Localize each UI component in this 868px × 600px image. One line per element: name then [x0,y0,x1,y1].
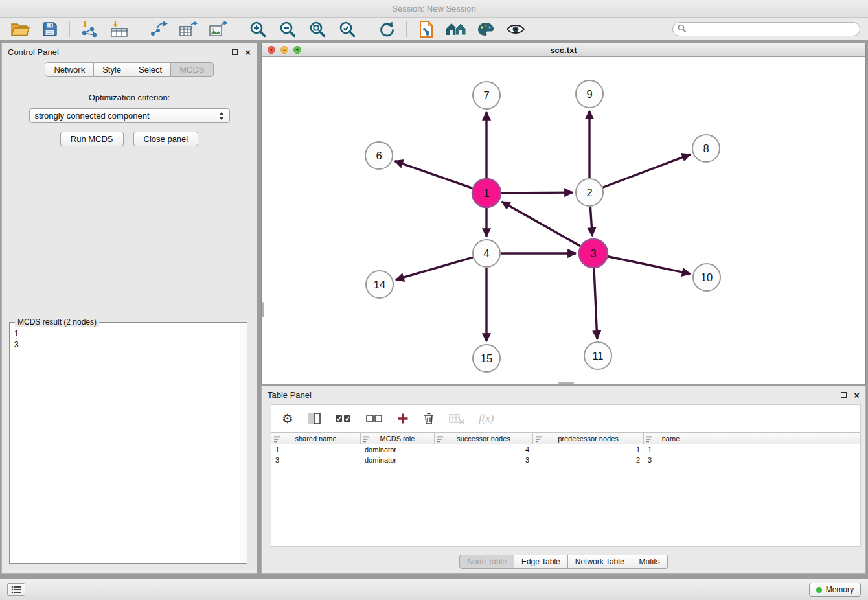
add-entry-icon[interactable] [397,413,409,424]
sort-icon[interactable] [274,436,280,443]
delete-entry-icon[interactable] [423,412,435,425]
cell-shared-name[interactable]: 3 [271,456,361,464]
control-tab-network[interactable]: Network [45,62,94,77]
graph-node-2[interactable]: 2 [576,179,603,206]
horizontal-scrollbar-thumb[interactable] [558,382,574,384]
close-panel-icon[interactable]: × [245,47,251,57]
cell-predecessor-nodes[interactable]: 1 [533,446,644,454]
zoom-fit-icon[interactable] [304,19,331,39]
column-label: predecessor nodes [558,435,619,443]
control-tab-style[interactable]: Style [94,62,130,77]
cell-mcds-role[interactable]: dominator [361,446,435,454]
mcds-result-box: MCDS result (2 nodes) 13 [9,322,247,564]
graph-edge-1-6[interactable] [395,161,473,189]
graph-node-10[interactable]: 10 [693,264,720,291]
column-header-predecessor-nodes[interactable]: predecessor nodes [533,433,644,444]
task-history-button[interactable] [7,583,25,596]
table-tab-edge-table[interactable]: Edge Table [514,555,568,569]
graph-node-6[interactable]: 6 [365,142,393,169]
search-input[interactable] [689,25,855,34]
table-tab-network-table[interactable]: Network Table [568,555,632,569]
select-all-icon[interactable] [335,413,352,424]
graph-edge-3-1[interactable] [502,202,580,246]
graph-node-4[interactable]: 4 [473,240,500,267]
zoom-window-icon[interactable]: + [293,46,301,54]
cell-shared-name[interactable]: 1 [271,446,361,454]
cell-name[interactable]: 3 [644,456,698,464]
graph-node-8[interactable]: 8 [692,135,720,162]
sort-icon[interactable] [536,436,542,443]
control-tab-select[interactable]: Select [130,62,171,77]
cell-name[interactable]: 1 [644,446,698,454]
home-view-icon[interactable] [442,19,470,39]
zoom-out-icon[interactable] [274,19,301,39]
close-panel-icon[interactable]: × [854,390,860,400]
sort-icon[interactable] [363,436,370,443]
close-panel-button[interactable]: Close panel [133,132,199,146]
cell-successor-nodes[interactable]: 3 [435,456,533,464]
sort-icon[interactable] [646,436,653,443]
table-tab-motifs[interactable]: Motifs [632,555,668,569]
graph-node-14[interactable]: 14 [366,271,393,298]
column-header-successor-nodes[interactable]: successor nodes [435,433,533,444]
vertical-scrollbar-thumb[interactable] [262,302,264,317]
graph-edge-2-8[interactable] [603,154,691,187]
search-box[interactable] [672,22,860,36]
export-network-icon[interactable] [145,19,172,39]
table-row[interactable]: 1dominator411 [271,444,860,455]
export-table-icon[interactable] [175,19,202,39]
deselect-all-icon[interactable] [366,413,383,424]
result-scrollbar[interactable] [240,323,247,563]
graph-node-1[interactable]: 1 [472,179,501,207]
control-tab-mcds[interactable]: MCDS [171,62,213,77]
graph-node-15[interactable]: 15 [473,345,500,372]
float-window-icon[interactable] [232,49,238,55]
graph-edge-4-14[interactable] [396,257,473,280]
table-row[interactable]: 3dominator323 [271,455,860,465]
graph-node-11[interactable]: 11 [584,342,611,369]
cell-predecessor-nodes[interactable]: 2 [533,456,644,464]
column-header-shared-name[interactable]: shared name [271,433,361,444]
open-session-icon[interactable] [6,19,34,39]
clone-network-icon[interactable] [413,19,440,39]
apply-style-icon[interactable] [472,19,499,39]
run-mcds-button[interactable]: Run MCDS [60,132,124,146]
mcds-result-value: 3 [14,340,247,351]
minimize-window-icon[interactable]: − [280,46,288,54]
export-image-icon[interactable] [205,19,232,39]
graph-node-3[interactable]: 3 [579,239,608,268]
close-window-icon[interactable]: × [268,46,275,54]
window-title: Session: New Session [392,4,475,14]
criterion-dropdown[interactable]: strongly connected component [29,108,230,123]
column-header-name[interactable]: name [644,433,698,444]
float-window-icon[interactable] [841,392,847,398]
show-columns-icon[interactable] [308,413,321,424]
import-network-icon[interactable] [76,19,103,39]
import-table-icon[interactable] [106,19,133,39]
graph-node-7[interactable]: 7 [473,82,500,109]
cell-successor-nodes[interactable]: 4 [435,446,533,454]
network-canvas[interactable]: 7968124314101511 [262,57,865,384]
show-hide-panel-icon[interactable] [502,19,529,39]
svg-text:3: 3 [590,248,596,259]
table-tab-node-table[interactable]: Node Table [459,555,514,569]
graph-edge-2-3[interactable] [590,207,592,236]
sort-icon[interactable] [437,436,444,443]
cell-mcds-role[interactable]: dominator [361,456,435,464]
zoom-selected-icon[interactable] [334,19,361,39]
control-panel: Control Panel × NetworkStyleSelectMCDS O… [1,43,257,574]
refresh-view-icon[interactable] [373,19,400,39]
memory-button[interactable]: Memory [809,583,861,597]
save-session-icon[interactable] [36,19,63,39]
table-options-icon[interactable]: ⚙ [282,412,293,425]
zoom-in-icon[interactable] [244,19,271,39]
graph-node-9[interactable]: 9 [576,80,603,108]
delete-table-icon [449,413,464,424]
svg-text:10: 10 [701,271,713,283]
graph-edge-3-11[interactable] [594,268,597,339]
column-header-mcds-role[interactable]: MCDS role [361,433,435,444]
svg-text:1: 1 [483,187,489,199]
graph-edge-1-2[interactable] [501,192,573,193]
graph-edge-3-10[interactable] [608,257,691,274]
search-icon [678,23,686,35]
